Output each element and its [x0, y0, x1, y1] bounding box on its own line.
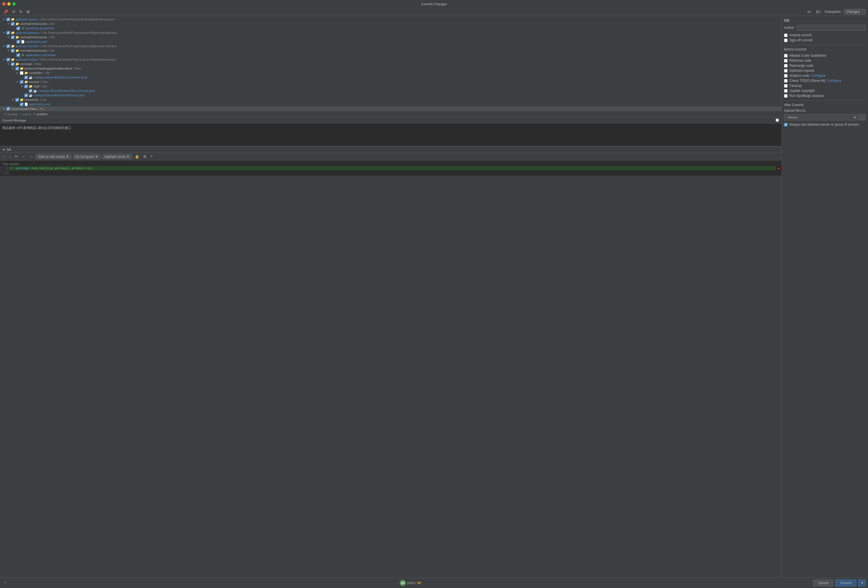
group-button[interactable]: ⊟↕ — [815, 9, 822, 15]
checkbox-application-yml-product[interactable] — [20, 102, 24, 106]
tree-item-service[interactable]: ▼ 📁 service 2 files — [0, 80, 781, 84]
diff-ignore-dropdown[interactable]: Do not ignore ▼ — [73, 154, 100, 159]
diff-settings-button[interactable]: ⚙ — [142, 154, 148, 159]
rearrange-code-checkbox[interactable] — [784, 64, 788, 68]
tree-item-gulimall-member[interactable]: ▼ 📁 gulimall-member 1 file /Users/Java/I… — [0, 44, 781, 48]
tree-item-gulimall-product[interactable]: ▼ 📁 gulimall-product 4 files /Users/Java… — [0, 57, 781, 62]
cancel-button[interactable]: Cancel — [813, 580, 833, 587]
close-button[interactable] — [2, 2, 6, 6]
help-button[interactable]: ? — [2, 580, 8, 586]
diff-prev-button[interactable]: ← — [21, 154, 27, 159]
vip-badge: VIP — [417, 582, 421, 585]
tree-label: gulimall-coupon — [16, 18, 38, 21]
tree-item-category-brand-controller[interactable]: ☕ CategoryBrandRelationController.java — [0, 75, 781, 80]
tree-item-src-resources-coupon[interactable]: ▼ 📁 src/main/resources 1 file — [0, 22, 781, 26]
checkbox-src-resources-coupon[interactable] — [11, 22, 15, 26]
check-todo-configure-link[interactable]: Configure — [827, 79, 841, 83]
check-todo-checkbox[interactable] — [784, 79, 788, 83]
checkbox-service[interactable] — [20, 80, 24, 84]
checkbox-src-resources-gateway[interactable] — [11, 35, 15, 39]
tree-item-src-resources-member[interactable]: ▼ 📁 src/main/resources 1 file — [0, 48, 781, 53]
checkbox-category-brand-service-impl[interactable] — [29, 89, 32, 93]
always-use-server-checkbox[interactable] — [784, 123, 788, 127]
checkbox-category-brand-service[interactable] — [24, 93, 28, 97]
optimize-imports-checkbox[interactable] — [784, 69, 788, 72]
pin-button[interactable]: 📌 — [2, 9, 9, 15]
tree-item-src-resources-gateway[interactable]: ▼ 📁 src/main/resources 1 file — [0, 35, 781, 39]
amend-commit-checkbox[interactable] — [784, 34, 788, 37]
diff-next-button[interactable]: → — [28, 154, 34, 159]
author-input[interactable] — [797, 25, 866, 30]
diff-down-button[interactable]: ↓ — [8, 154, 12, 159]
run-spotbugs-checkbox[interactable] — [784, 94, 788, 98]
checkbox-application-yml-gateway[interactable] — [16, 40, 20, 44]
checkbox-src-resources-member[interactable] — [11, 49, 15, 53]
rearrange-code-row: Rearrange code — [784, 63, 866, 68]
diff-viewer-dropdown[interactable]: Side-by-side viewer ▼ — [36, 154, 71, 159]
upload-more-button[interactable]: … — [859, 114, 866, 120]
tree-item-category-brand-service[interactable]: ☕ CategoryBrandRelationService.java — [0, 93, 781, 98]
tree-item-application-yml-product[interactable]: 📄 application.yml — [0, 102, 781, 106]
tree-label: bootstrap.properties — [26, 27, 54, 30]
analyze-code-checkbox[interactable] — [784, 74, 788, 78]
tree-item-category-brand-service-impl[interactable]: ☕ CategoryBrandRelationServiceImpl.java — [0, 89, 781, 93]
reformat-code-label: Reformat code — [789, 59, 811, 62]
update-copyright-checkbox[interactable] — [784, 89, 788, 93]
changelist-select[interactable]: Changes Default — [844, 9, 866, 15]
checkbox-java-com-nanjing[interactable] — [15, 67, 19, 70]
file-icon: ⚙ — [21, 53, 25, 57]
tree-item-gulimall-coupon[interactable]: ▼ 📁 gulimall-coupon 1 file /Users/Java/I… — [0, 17, 781, 22]
diff-marker: ▶ — [776, 166, 781, 170]
checkbox-category-brand-controller[interactable] — [24, 76, 28, 79]
commit-message-input[interactable]: 商品服务-API-新增商品-调试会员等级相关接口 — [0, 123, 781, 146]
diff-highlight-dropdown[interactable]: Highlight words ▼ — [102, 154, 132, 159]
tree-item-application-yml-gateway[interactable]: 📄 application.yml — [0, 39, 781, 44]
refresh-button[interactable]: ↻ — [18, 9, 24, 15]
diff-lock-button[interactable]: 🔒 — [134, 154, 140, 159]
unversioned-files-header[interactable]: ▼ Unversioned Files 1 file — [0, 106, 781, 111]
diff-help-button[interactable]: ? — [149, 154, 154, 159]
tree-item-controller[interactable]: ▼ 📁 controller 1 file — [0, 71, 781, 75]
checkbox-bootstrap-properties[interactable] — [16, 27, 20, 30]
move-changes-button[interactable]: ⊞ — [25, 9, 31, 15]
sort-button[interactable]: ≡↕ — [806, 9, 813, 15]
checkbox-resources-product[interactable] — [15, 98, 19, 102]
commit-dropdown-button[interactable]: ▼ — [859, 580, 866, 587]
analyze-code-configure-link[interactable]: Configure — [811, 74, 825, 78]
sign-off-commit-checkbox[interactable] — [784, 38, 788, 42]
tree-label: CategoryBrandRelationServiceImpl.java — [38, 89, 95, 92]
diff-edit-button[interactable]: ✏ — [14, 154, 19, 159]
minimize-button[interactable] — [7, 2, 10, 6]
zoom-button[interactable] — [12, 2, 16, 6]
tree-item-resources-product[interactable]: ▼ 📁 resources 1 file — [0, 98, 781, 102]
checkbox-controller[interactable] — [20, 71, 24, 75]
cleanup-checkbox[interactable] — [784, 84, 788, 88]
commit-button[interactable]: Commit — [836, 580, 856, 587]
tree-label: CategoryBrandRelationController.java — [34, 76, 87, 79]
tree-item-bootstrap-properties[interactable]: ⚙ bootstrap.properties — [0, 26, 781, 30]
alibaba-guidelines-checkbox[interactable] — [784, 54, 788, 58]
tree-label: impl — [34, 84, 39, 88]
checkbox-gulimall-gateway[interactable] — [6, 31, 10, 35]
tree-item-src-main[interactable]: ▼ 📁 src/main 4 files — [0, 62, 781, 66]
tree-item-impl[interactable]: ▼ 📁 impl 1 file — [0, 84, 781, 89]
reformat-code-checkbox[interactable] — [784, 59, 788, 62]
checkbox-src-main[interactable] — [11, 62, 15, 66]
checkbox-gulimall-coupon[interactable] — [6, 18, 10, 21]
author-label: Author: — [784, 26, 795, 30]
diff-line-2: 2 — [0, 170, 781, 174]
checkbox-gulimall-product[interactable] — [6, 58, 10, 61]
checkbox-impl[interactable] — [24, 84, 28, 88]
tree-item-java-com-nanjing[interactable]: ▼ 📁 java/com/nanjing/gulimall/product 3 … — [0, 66, 781, 71]
upload-select[interactable]: <None> — [784, 114, 858, 120]
diff-up-button[interactable]: ↑ — [2, 154, 6, 159]
checkbox-gulimall-member[interactable] — [6, 44, 10, 48]
file-tree[interactable]: ▼ 📁 gulimall-coupon 1 file /Users/Java/I… — [0, 16, 781, 111]
checkbox-application-properties-member[interactable] — [16, 53, 20, 57]
amend-commit-label: Amend commit — [789, 33, 812, 37]
tree-item-gulimall-gateway[interactable]: ▼ 📁 gulimall-gateway 1 file /Users/Java/… — [0, 30, 781, 35]
undo-button[interactable]: ↺ — [11, 9, 16, 15]
checkbox-unversioned[interactable] — [6, 107, 10, 111]
tree-item-application-properties-member[interactable]: ⚙ application.properties — [0, 53, 781, 57]
sign-off-commit-row: Sign-off commit — [784, 38, 866, 43]
